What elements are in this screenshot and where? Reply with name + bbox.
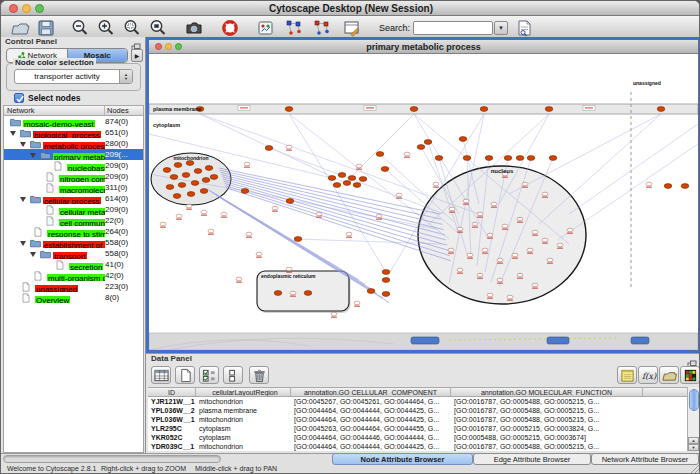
tree-row[interactable]: establishment of lo558(0) [4, 237, 143, 248]
network-node-small[interactable] [186, 204, 192, 208]
help-button[interactable] [219, 18, 241, 38]
network-node-small[interactable] [532, 283, 538, 287]
network-node[interactable] [657, 107, 665, 112]
network-node[interactable] [353, 183, 361, 188]
col-cellular-component[interactable]: annotation.GO CELLULAR_COMPONENT [291, 388, 451, 396]
tree-row[interactable]: biological_process651(0) [4, 127, 143, 138]
tree-row[interactable]: cell communicat22(0) [4, 215, 143, 226]
zoom-window-button[interactable] [35, 4, 44, 13]
zoom-fit-button[interactable] [147, 18, 169, 38]
tree-row[interactable]: nucleobase-209(0) [4, 160, 143, 171]
zoom-out-button[interactable] [69, 18, 91, 38]
col-region[interactable]: _cellularLayoutRegion [196, 388, 291, 396]
network-node-small[interactable] [221, 212, 227, 216]
resize-grip[interactable] [688, 462, 700, 474]
network-minimize-button[interactable] [165, 43, 172, 50]
notes-button[interactable] [617, 366, 637, 384]
network-node[interactable] [480, 107, 488, 112]
network-node-small[interactable] [542, 238, 548, 242]
network-node-small[interactable] [457, 227, 463, 231]
network-node-small[interactable] [497, 278, 503, 282]
network-node-small[interactable] [497, 258, 503, 262]
network-close-button[interactable] [155, 43, 162, 50]
network-node-small[interactable] [487, 233, 493, 237]
expander-icon[interactable] [28, 248, 40, 259]
network-node[interactable] [485, 156, 493, 161]
network-node[interactable] [174, 163, 182, 168]
network-node-small[interactable] [522, 182, 528, 186]
network-node[interactable] [286, 199, 294, 204]
tree-col-nodes[interactable]: Nodes [105, 106, 143, 115]
network-node-small[interactable] [472, 222, 478, 226]
network-node-small[interactable] [256, 252, 262, 256]
network-node-small[interactable] [346, 232, 352, 236]
network-node[interactable] [202, 178, 210, 183]
import-attributes-button[interactable] [659, 366, 679, 384]
network-node-small[interactable] [557, 243, 563, 247]
network-node[interactable] [166, 185, 174, 190]
network-node-small[interactable] [286, 145, 292, 149]
network-node-small[interactable] [477, 212, 483, 216]
network-node[interactable] [549, 156, 557, 161]
network-node-small[interactable] [491, 202, 497, 206]
network-node-small[interactable] [376, 214, 382, 218]
network-node[interactable] [191, 181, 199, 186]
table-row[interactable]: YJR121W__1mitochondrion[GO:0045267, GO:0… [148, 397, 687, 406]
network-node-small[interactable] [567, 228, 573, 232]
minimize-window-button[interactable] [22, 4, 31, 13]
select-attributes-button[interactable] [199, 366, 219, 384]
network-node[interactable] [241, 189, 249, 194]
network-node[interactable] [459, 137, 467, 142]
network-node[interactable] [182, 173, 190, 178]
first-neighbors-button[interactable] [283, 18, 305, 38]
delete-attribute-button[interactable] [249, 366, 269, 384]
network-node-small[interactable] [457, 268, 463, 272]
table-row[interactable]: YPL036W__2plasma membrane[GO:0044464, GO… [148, 406, 687, 415]
network-node[interactable] [294, 237, 302, 242]
function-builder-button[interactable]: f(x) [638, 366, 658, 384]
network-node[interactable] [274, 291, 282, 296]
network-node-small[interactable] [467, 253, 473, 257]
network-node-small[interactable] [433, 182, 439, 186]
tree-row[interactable]: metabolic process280(0) [4, 138, 143, 149]
zoom-selected-button[interactable] [121, 18, 143, 38]
search-dropdown-button[interactable]: ▼ [494, 21, 508, 35]
network-node-small[interactable] [532, 230, 538, 234]
expander-icon[interactable] [28, 149, 40, 160]
network-node[interactable] [382, 270, 390, 275]
network-node-small[interactable] [290, 291, 296, 295]
network-node-small[interactable] [449, 207, 455, 211]
network-node-small[interactable] [542, 192, 548, 196]
network-node[interactable] [527, 156, 535, 161]
network-node[interactable] [435, 156, 443, 161]
network-node[interactable] [210, 175, 218, 180]
network-node[interactable] [170, 175, 178, 180]
network-node-small[interactable] [482, 248, 488, 252]
network-node[interactable] [186, 161, 194, 166]
network-node-small[interactable] [246, 232, 252, 236]
vizmapper-button[interactable] [255, 18, 277, 38]
network-node[interactable] [343, 181, 351, 186]
network-node[interactable] [417, 145, 425, 150]
table-row[interactable]: YPL036W__1mitochondrion[GO:0044464, GO:0… [148, 415, 687, 424]
network-node-small[interactable] [356, 164, 362, 168]
expander-icon[interactable] [18, 138, 30, 149]
network-zoom-button[interactable] [175, 43, 182, 50]
tree-row[interactable]: primary metabo209(... [4, 149, 143, 160]
expander-icon[interactable] [18, 193, 30, 204]
tab-node-attribute-browser[interactable]: Node Attribute Browser [332, 453, 473, 465]
network-node[interactable] [681, 184, 689, 189]
network-node-small[interactable] [512, 253, 518, 257]
table-scrollbar-thumb[interactable] [689, 389, 699, 411]
table-row[interactable]: YLR295Ccytoplasm[GO:0045263, GO:0044464,… [148, 424, 687, 433]
tree-row[interactable]: mosaic-demo-yeast874(0) [4, 116, 143, 127]
tree-row[interactable]: unassigned223(0) [4, 281, 143, 292]
network-node-small[interactable] [527, 248, 533, 252]
heatmap-button[interactable] [680, 366, 700, 384]
network-node[interactable] [359, 177, 367, 182]
expander-icon[interactable] [8, 127, 20, 138]
scroll-down-button[interactable]: ▼ [688, 444, 699, 451]
network-node-small[interactable] [502, 224, 508, 228]
attribute-table-button[interactable] [151, 366, 171, 384]
network-node[interactable] [381, 167, 389, 172]
